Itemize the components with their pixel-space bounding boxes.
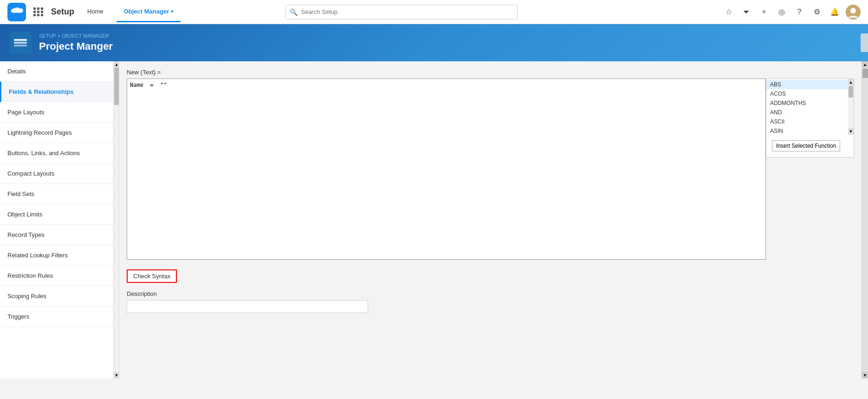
function-scroll-down[interactable]: ▼ xyxy=(848,128,854,135)
sidebar-item-buttons-links-actions[interactable]: Buttons, Links, and Actions xyxy=(0,143,113,164)
sidebar-scroll-up[interactable]: ▲ xyxy=(114,61,119,68)
sidebar-scroll-down[interactable]: ▼ xyxy=(114,372,119,379)
function-item-acos[interactable]: ACOS xyxy=(766,89,848,98)
formula-row: Name = "" ABS ACOS ADDMONTHS AND ASCII A… xyxy=(127,78,854,261)
function-scroll-thumb[interactable] xyxy=(849,86,853,98)
formula-editor-wrapper: Name = "" xyxy=(127,78,766,261)
top-navigation: Setup Home Object Manager ▾ 🔍 ☆ ⏷ ＋ ◎ ? … xyxy=(0,0,868,24)
sidebar-item-triggers[interactable]: Triggers xyxy=(0,307,113,327)
svg-rect-3 xyxy=(14,42,27,44)
app-grid-icon[interactable] xyxy=(32,5,45,19)
nav-right-icons: ☆ ⏷ ＋ ◎ ? ⚙ 🔔 xyxy=(722,5,861,20)
header-banner: SETUP > OBJECT MANAGER Project Manger xyxy=(0,24,868,61)
svg-rect-2 xyxy=(14,39,27,41)
content-scroll-thumb[interactable] xyxy=(862,69,868,78)
breadcrumb-separator: > xyxy=(58,33,62,39)
function-list-scrollbar[interactable]: ▲ ▼ xyxy=(848,79,854,135)
function-item-addmonths[interactable]: ADDMONTHS xyxy=(766,98,848,108)
function-list: ABS ACOS ADDMONTHS AND ASCII ASIN ATAN A… xyxy=(766,79,848,135)
content-area: New (Text) = Name = "" ABS ACOS ADDMONTH… xyxy=(119,61,862,379)
function-panel: ABS ACOS ADDMONTHS AND ASCII ASIN ATAN A… xyxy=(766,78,854,157)
avatar[interactable] xyxy=(846,5,861,20)
function-item-and[interactable]: AND xyxy=(766,108,848,117)
formula-section: New (Text) = Name = "" ABS ACOS ADDMONTH… xyxy=(127,69,854,313)
sidebar-item-scoping-rules[interactable]: Scoping Rules xyxy=(0,286,113,307)
formula-editor[interactable]: Name = "" xyxy=(127,78,766,260)
settings-icon[interactable]: ⚙ xyxy=(810,6,823,19)
svg-rect-4 xyxy=(14,45,27,46)
salesforce-logo xyxy=(7,3,26,21)
chevron-down-icon: ▾ xyxy=(171,9,173,14)
check-syntax-button[interactable]: Check Syntax xyxy=(127,269,177,283)
sidebar: Details Fields & Relationships Page Layo… xyxy=(0,61,114,379)
sidebar-item-object-limits[interactable]: Object Limits xyxy=(0,204,113,225)
sidebar-item-record-types[interactable]: Record Types xyxy=(0,225,113,245)
success-icon[interactable]: ◎ xyxy=(775,6,788,19)
check-syntax-container: Check Syntax xyxy=(127,265,854,283)
panel-toggle[interactable] xyxy=(861,33,868,52)
description-section: Description xyxy=(127,290,854,313)
content-scrollbar[interactable]: ▲ ▼ xyxy=(862,61,868,379)
help-icon[interactable]: ? xyxy=(793,6,806,19)
sidebar-scroll-thumb[interactable] xyxy=(114,68,119,105)
sidebar-item-page-layouts[interactable]: Page Layouts xyxy=(0,102,113,123)
search-bar: 🔍 xyxy=(285,5,518,20)
breadcrumb-setup[interactable]: SETUP xyxy=(39,33,56,39)
insert-selected-function-button[interactable]: Insert Selected Function xyxy=(772,140,840,151)
description-label: Description xyxy=(127,290,854,297)
star-icon[interactable]: ☆ xyxy=(722,6,735,19)
breadcrumb: SETUP > OBJECT MANAGER xyxy=(39,33,113,39)
function-scroll-up[interactable]: ▲ xyxy=(848,79,854,85)
sidebar-scrollbar[interactable]: ▲ ▼ xyxy=(114,61,119,379)
sidebar-item-restriction-rules[interactable]: Restriction Rules xyxy=(0,266,113,286)
insert-btn-container: Insert Selected Function xyxy=(766,135,854,157)
search-icon: 🔍 xyxy=(290,8,298,16)
sidebar-item-details[interactable]: Details xyxy=(0,61,113,82)
content-scroll-up[interactable]: ▲ xyxy=(862,61,868,68)
function-item-ascii[interactable]: ASCII xyxy=(766,117,848,126)
recent-icon[interactable]: ⏷ xyxy=(740,6,753,19)
sidebar-item-compact-layouts[interactable]: Compact Layouts xyxy=(0,164,113,184)
description-input[interactable] xyxy=(127,300,368,313)
sidebar-item-related-lookup-filters[interactable]: Related Lookup Filters xyxy=(0,245,113,266)
page-title: Project Manger xyxy=(39,40,113,52)
nav-tab-object-manager[interactable]: Object Manager ▾ xyxy=(117,2,181,22)
function-list-container: ABS ACOS ADDMONTHS AND ASCII ASIN ATAN A… xyxy=(766,79,854,135)
function-item-abs[interactable]: ABS xyxy=(766,80,848,89)
content-scroll-down[interactable]: ▼ xyxy=(862,372,868,379)
sidebar-item-lightning-record-pages[interactable]: Lightning Record Pages xyxy=(0,123,113,143)
search-input[interactable] xyxy=(285,5,518,20)
object-icon xyxy=(9,32,32,54)
function-item-asin[interactable]: ASIN xyxy=(766,126,848,135)
svg-point-1 xyxy=(850,8,856,13)
sidebar-item-fields-relationships[interactable]: Fields & Relationships xyxy=(0,82,113,102)
app-title: Setup xyxy=(51,7,74,17)
bell-icon[interactable]: 🔔 xyxy=(828,6,841,19)
add-icon[interactable]: ＋ xyxy=(758,6,771,19)
sidebar-item-field-sets[interactable]: Field Sets xyxy=(0,184,113,204)
main-content: Details Fields & Relationships Page Layo… xyxy=(0,61,868,379)
nav-tab-home[interactable]: Home xyxy=(80,2,111,22)
formula-label: New (Text) = xyxy=(127,69,854,76)
breadcrumb-object-manager[interactable]: OBJECT MANAGER xyxy=(62,33,109,39)
